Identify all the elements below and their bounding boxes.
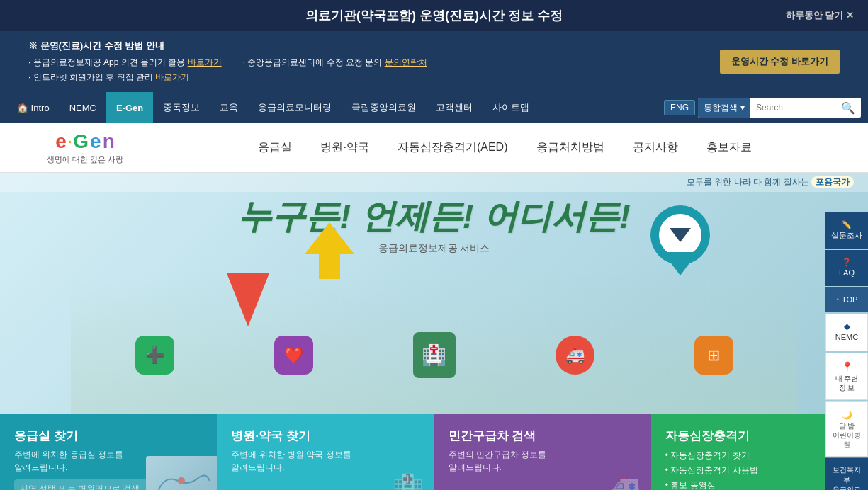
info-banner: ※ 운영(진료)시간 수정 방법 안내 · 응급의료정보제공 App 의견 올리… <box>0 31 868 92</box>
svg-point-6 <box>178 477 185 484</box>
subnav-aed[interactable]: 자동심장충격기(AED) <box>398 140 508 155</box>
svg-marker-0 <box>305 222 354 279</box>
logo-n: n <box>103 130 115 153</box>
pharmacy-icon: ➕ <box>135 336 174 375</box>
nav-item-drug[interactable]: 중독정보 <box>153 92 210 123</box>
main-navigation: 🏠 Intro NEMC E-Gen 중독정보 교육 응급의료모니터링 국립중앙… <box>0 92 868 123</box>
nemc-label: NEMC <box>832 332 862 343</box>
logo-e2: e <box>90 130 101 153</box>
night-hospital-label: 달 밤어린이병원 <box>832 421 862 449</box>
card-ambulance-title: 민간구급차 검색 <box>449 428 637 444</box>
card-emergency-title: 응급실 찾기 <box>14 428 203 444</box>
top-banner: 의료기관(약국포함) 운영(진료)시간 정보 수정 하루동안 닫기 ✕ <box>0 0 868 31</box>
nav-item-monitor[interactable]: 응급의료모니터링 <box>248 92 342 123</box>
nav-right-area: ENG 통합검색 ▾ 🔍 <box>664 98 861 118</box>
sidebar-ministry-button[interactable]: 보건복지부응급의료기관평 가 결 과 <box>825 458 868 490</box>
card-ambulance-desc: 주변의 민간구급차 정보를알려드립니다. <box>449 448 637 474</box>
sidebar-nearby-info-button[interactable]: 📍 내 주변정 보 <box>825 353 868 401</box>
info-links: · 응급의료정보제공 App 의견 올리기 활용 바로가기 · 중앙응급의료센터… <box>28 57 706 69</box>
location-icon: 📍 <box>832 360 862 375</box>
nav-item-nemc[interactable]: NEMC <box>60 92 106 123</box>
ambulance-card-icon: 🚑 <box>609 473 641 490</box>
info-link1: · 응급의료정보제공 App 의견 올리기 활용 바로가기 <box>28 57 222 69</box>
info-left: ※ 운영(진료)시간 수정 방법 안내 · 응급의료정보제공 App 의견 올리… <box>28 40 706 84</box>
logo[interactable]: e · G e n <box>55 130 115 153</box>
promo-highlight[interactable]: 포용국가 <box>811 176 854 188</box>
subnav-notice[interactable]: 공지사항 <box>633 140 678 155</box>
sidebar-nemc-button[interactable]: ◆ NEMC <box>825 314 868 351</box>
card-hospital-desc: 주변에 위치한 병원·약국 정보를알려드립니다. <box>231 448 419 474</box>
logo-g: G <box>73 130 89 153</box>
bottom-cards: 응급실 찾기 주변에 위치한 응급실 정보를알려드립니다. 🔍 서울 병원·약국… <box>0 414 868 490</box>
top-icon: ↑ TOP <box>831 295 862 305</box>
info-update-title: ※ 운영(진료)시간 수정 방법 안내 <box>28 40 706 52</box>
ministry-label: 보건복지부응급의료기관평 가 결 과 <box>831 465 862 490</box>
promo-bar: 모두를 위한 나라 다 함께 잘사는 포용국가 <box>0 173 868 192</box>
sidebar-night-hospital-button[interactable]: 🌙 달 밤어린이병원 <box>825 401 868 457</box>
survey-icon: ✏️ <box>831 220 862 230</box>
link2-anchor[interactable]: 문의연락처 <box>385 57 427 67</box>
nav-item-national[interactable]: 국립중앙의료원 <box>342 92 426 123</box>
map-icons-row: ➕ ❤️ 🏥 🚑 ⊞ <box>85 332 783 378</box>
info-link2: · 중앙응급의료센터에 수정 요청 문의 문의연락처 <box>243 57 427 69</box>
red-arrow-indicator <box>227 273 269 329</box>
ambulance-icon: 🚑 <box>556 336 594 375</box>
dropdown-arrow-icon: ▾ <box>740 103 745 113</box>
top-banner-title: 의료기관(약국포함) 운영(진료)시간 정보 수정 <box>305 8 563 23</box>
search-submit-button[interactable]: 🔍 <box>835 98 861 118</box>
logo-nav-area: e · G e n 생명에 대한 깊은 사랑 응급실 병원·약국 자동심장충격기… <box>0 123 868 173</box>
nav-item-intro[interactable]: 🏠 Intro <box>7 92 60 123</box>
lang-eng-button[interactable]: ENG <box>664 100 695 115</box>
hero-section: 모두를 위한 나라 다 함께 잘사는 포용국가 누구든! 언제든! 어디서든! … <box>0 173 868 414</box>
search-box: 통합검색 ▾ 🔍 <box>698 98 861 118</box>
defibrillator-icon: ❤️ <box>274 336 313 375</box>
nav-item-egen[interactable]: E-Gen <box>106 92 153 123</box>
nav-item-education[interactable]: 교육 <box>210 92 248 123</box>
link3-anchor[interactable]: 바로가기 <box>155 72 189 82</box>
sub-navigation: 응급실 병원·약국 자동심장충격기(AED) 응급처치방법 공지사항 홍보자료 <box>156 140 854 155</box>
search-dropdown-label: 통합검색 <box>704 102 738 114</box>
search-icon: 🔍 <box>841 101 855 115</box>
hospital-icon: 🏥 <box>413 332 456 378</box>
map-visual: ➕ ❤️ 🏥 🚑 ⊞ <box>71 272 797 414</box>
nearby-info-label: 내 주변정 보 <box>832 374 862 392</box>
card-emergency: 응급실 찾기 주변에 위치한 응급실 정보를알려드립니다. 🔍 서울 <box>0 414 217 490</box>
card-hospital-title: 병원·약국 찾기 <box>231 428 419 444</box>
hero-slogan: 누구든! 언제든! 어디서든! 응급의료정보제공 서비스 <box>237 194 631 255</box>
card-hospital[interactable]: 병원·약국 찾기 주변에 위치한 병원·약국 정보를알려드립니다. 🏥 <box>217 414 434 490</box>
mini-map: 서울 <box>146 456 217 490</box>
logo-subtitle: 생명에 대한 깊은 사랑 <box>47 154 123 165</box>
right-sidebar: ✏️ 설문조사 ❓ FAQ ↑ TOP ◆ NEMC 📍 내 주변정 보 🌙 달… <box>825 212 868 490</box>
card-ambulance[interactable]: 민간구급차 검색 주변의 민간구급차 정보를알려드립니다. 🚑 <box>434 414 651 490</box>
nemc-icon: ◆ <box>832 321 862 332</box>
grid-icon: ⊞ <box>694 336 733 375</box>
search-dropdown[interactable]: 통합검색 ▾ <box>698 98 750 118</box>
link1-anchor[interactable]: 바로가기 <box>188 57 222 67</box>
logo-dot: · <box>68 134 72 150</box>
sidebar-survey-button[interactable]: ✏️ 설문조사 <box>825 212 868 249</box>
slogan-sub: 응급의료정보제공 서비스 <box>237 242 631 255</box>
svg-marker-1 <box>227 273 269 326</box>
hospital-card-icon: 🏥 <box>393 473 424 490</box>
moon-icon: 🌙 <box>832 409 862 421</box>
subnav-emergency-room[interactable]: 응급실 <box>258 140 292 155</box>
subnav-promo[interactable]: 홍보자료 <box>706 140 752 155</box>
subnav-first-aid[interactable]: 응급처치방법 <box>536 140 604 155</box>
close-banner-button[interactable]: 하루동안 닫기 ✕ <box>786 9 854 22</box>
faq-label: FAQ <box>831 268 862 278</box>
sidebar-top-button[interactable]: ↑ TOP <box>825 287 868 312</box>
nav-item-customer[interactable]: 고객센터 <box>426 92 483 123</box>
location-pin <box>648 201 712 281</box>
subnav-hospital-pharmacy[interactable]: 병원·약국 <box>320 140 368 155</box>
survey-label: 설문조사 <box>831 230 862 241</box>
sidebar-faq-button[interactable]: ❓ FAQ <box>825 250 868 286</box>
svg-marker-4 <box>663 252 698 275</box>
slogan-main: 누구든! 언제든! 어디서든! <box>237 194 631 239</box>
promo-text: 모두를 위한 나라 다 함께 잘사는 <box>687 177 809 187</box>
nav-item-sitemap[interactable]: 사이트맵 <box>483 92 539 123</box>
info-link3: · 인트라넷 회원가입 후 직접 관리 바로가기 <box>28 72 706 84</box>
search-input[interactable] <box>750 98 835 118</box>
update-time-button[interactable]: 운영시간 수정 바로가기 <box>720 50 840 74</box>
faq-icon: ❓ <box>831 257 862 268</box>
logo-e: e <box>55 130 67 153</box>
